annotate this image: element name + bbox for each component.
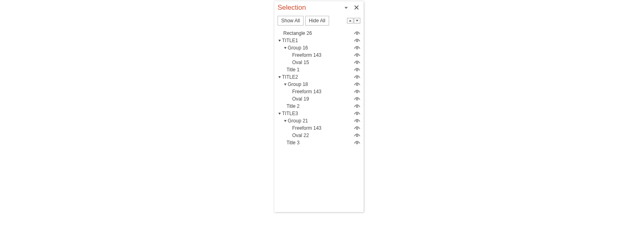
tree-item[interactable]: Title 1 bbox=[276, 66, 360, 73]
chevron-up-icon bbox=[349, 20, 351, 21]
tree-item-label: Oval 19 bbox=[292, 96, 309, 102]
svg-point-5 bbox=[356, 69, 358, 71]
visibility-toggle-icon[interactable] bbox=[354, 96, 360, 101]
visibility-toggle-icon[interactable] bbox=[354, 38, 360, 43]
tree-item[interactable]: Group 18 bbox=[276, 81, 360, 88]
visibility-toggle-icon[interactable] bbox=[354, 31, 360, 36]
move-down-button[interactable] bbox=[354, 18, 360, 24]
header-icons: ✕ bbox=[345, 4, 360, 11]
svg-point-4 bbox=[356, 62, 358, 64]
visibility-toggle-icon[interactable] bbox=[354, 133, 360, 138]
tree-item-label: TITLE3 bbox=[282, 111, 298, 116]
reorder-buttons bbox=[347, 18, 360, 24]
show-all-button[interactable]: Show All bbox=[278, 16, 304, 26]
tree-item[interactable]: Title 3 bbox=[276, 139, 360, 146]
tree-item-label: Rectangle 26 bbox=[283, 30, 312, 36]
tree-item-label: Oval 22 bbox=[292, 133, 309, 138]
tree-item-label: Freeform 143 bbox=[292, 125, 321, 131]
tree-item-label: Title 2 bbox=[286, 103, 299, 109]
tree-item-label: Oval 15 bbox=[292, 60, 309, 65]
tree-item-content: Oval 22 bbox=[276, 133, 309, 138]
tree-item-content: Oval 15 bbox=[276, 60, 309, 65]
visibility-toggle-icon[interactable] bbox=[354, 60, 360, 65]
svg-point-13 bbox=[356, 128, 358, 129]
expand-caret-icon[interactable] bbox=[284, 47, 286, 49]
tree-item[interactable]: Freeform 143 bbox=[276, 124, 360, 132]
svg-point-11 bbox=[356, 113, 358, 115]
tree-item-content: Freeform 143 bbox=[276, 125, 321, 131]
close-icon[interactable]: ✕ bbox=[353, 4, 360, 11]
tree-item[interactable]: Group 21 bbox=[276, 117, 360, 124]
tree-item-content: Oval 19 bbox=[276, 96, 309, 102]
tree-item-content: TITLE3 bbox=[276, 111, 298, 116]
tree-item-label: Group 18 bbox=[288, 81, 308, 87]
expand-caret-icon[interactable] bbox=[284, 84, 286, 86]
visibility-toggle-icon[interactable] bbox=[354, 118, 360, 123]
svg-point-14 bbox=[356, 135, 358, 137]
tree-item[interactable]: Freeform 143 bbox=[276, 51, 360, 59]
tree-item-label: Title 3 bbox=[286, 140, 299, 146]
toolbar: Show All Hide All bbox=[274, 14, 364, 27]
expand-caret-icon[interactable] bbox=[278, 76, 281, 78]
visibility-toggle-icon[interactable] bbox=[354, 104, 360, 109]
hide-all-button[interactable]: Hide All bbox=[305, 16, 329, 26]
tree-item-label: Title 1 bbox=[286, 67, 299, 73]
tree-item[interactable]: Oval 15 bbox=[276, 59, 360, 66]
tree-item-content: Freeform 143 bbox=[276, 89, 321, 94]
svg-point-12 bbox=[356, 120, 358, 122]
visibility-toggle-icon[interactable] bbox=[354, 75, 360, 79]
tree-item-content: Title 1 bbox=[276, 67, 299, 73]
tree-item-label: Group 16 bbox=[288, 45, 308, 51]
svg-point-8 bbox=[356, 91, 358, 93]
expand-caret-icon[interactable] bbox=[278, 113, 281, 115]
visibility-toggle-icon[interactable] bbox=[354, 53, 360, 58]
tree-item-content: Title 2 bbox=[276, 103, 299, 109]
tree-item[interactable]: Rectangle 26 bbox=[276, 30, 360, 37]
tree-item-label: Freeform 143 bbox=[292, 89, 321, 94]
tree-item[interactable]: Oval 22 bbox=[276, 132, 360, 139]
tree-item-content: Group 18 bbox=[276, 81, 308, 87]
svg-point-6 bbox=[356, 77, 358, 78]
tree-item-content: TITLE2 bbox=[276, 74, 298, 80]
tree-item-content: Freeform 143 bbox=[276, 52, 321, 58]
svg-point-7 bbox=[356, 84, 358, 86]
panel-header: Selection ✕ bbox=[274, 1, 364, 14]
tree-item-content: Rectangle 26 bbox=[276, 30, 312, 36]
tree-item-content: Title 3 bbox=[276, 140, 299, 146]
tree-item[interactable]: TITLE2 bbox=[276, 73, 360, 81]
svg-point-15 bbox=[356, 142, 358, 144]
svg-point-0 bbox=[356, 33, 358, 34]
tree-item[interactable]: TITLE1 bbox=[276, 37, 360, 44]
expand-caret-icon[interactable] bbox=[278, 40, 281, 42]
tree-item[interactable]: Freeform 143 bbox=[276, 88, 360, 95]
tree-item[interactable]: Group 16 bbox=[276, 44, 360, 51]
visibility-toggle-icon[interactable] bbox=[354, 111, 360, 116]
chevron-down-icon bbox=[356, 20, 358, 21]
tree-item-label: TITLE2 bbox=[282, 74, 298, 80]
visibility-toggle-icon[interactable] bbox=[354, 126, 360, 131]
svg-point-9 bbox=[356, 99, 358, 100]
visibility-toggle-icon[interactable] bbox=[354, 45, 360, 50]
svg-point-3 bbox=[356, 55, 358, 56]
visibility-toggle-icon[interactable] bbox=[354, 67, 360, 72]
tree-item-content: Group 16 bbox=[276, 45, 308, 51]
svg-point-10 bbox=[356, 106, 358, 107]
expand-caret-icon[interactable] bbox=[284, 120, 286, 122]
visibility-toggle-icon[interactable] bbox=[354, 89, 360, 94]
tree-item-content: TITLE1 bbox=[276, 38, 298, 43]
visibility-toggle-icon[interactable] bbox=[354, 140, 360, 145]
visibility-toggle-icon[interactable] bbox=[354, 82, 360, 87]
svg-point-2 bbox=[356, 47, 358, 49]
panel-options-dropdown-icon[interactable] bbox=[345, 7, 348, 9]
tree-item[interactable]: Oval 19 bbox=[276, 95, 360, 103]
selection-tree: Rectangle 26TITLE1Group 16Freeform 143Ov… bbox=[274, 27, 364, 149]
tree-item[interactable]: TITLE3 bbox=[276, 110, 360, 117]
tree-item-label: TITLE1 bbox=[282, 38, 298, 43]
selection-panel: Selection ✕ Show All Hide All Rectangle … bbox=[274, 1, 364, 212]
toolbar-buttons: Show All Hide All bbox=[278, 16, 329, 26]
panel-title: Selection bbox=[278, 4, 306, 12]
tree-item-label: Group 21 bbox=[288, 118, 308, 124]
move-up-button[interactable] bbox=[347, 18, 353, 24]
tree-item-label: Freeform 143 bbox=[292, 52, 321, 58]
tree-item[interactable]: Title 2 bbox=[276, 103, 360, 110]
